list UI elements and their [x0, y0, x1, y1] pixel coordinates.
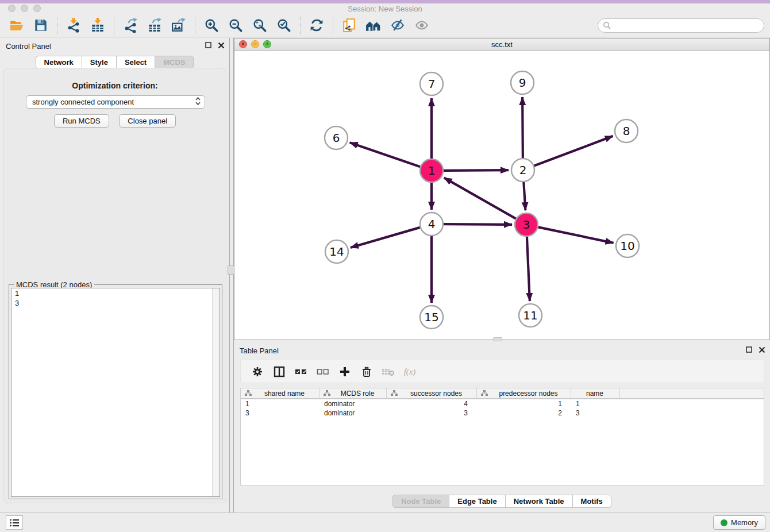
table-cell[interactable]: 3 [571, 408, 620, 418]
edge-1-6[interactable] [350, 142, 420, 167]
run-mcds-button[interactable]: Run MCDS [54, 114, 109, 128]
dropdown-stepper-icon [195, 97, 201, 107]
node-9[interactable]: 9 [511, 71, 534, 94]
table-cell[interactable]: 1 [477, 399, 571, 408]
network-window-title: scc.txt [234, 38, 769, 49]
table-row[interactable]: 3dominator323 [241, 408, 764, 418]
node-10[interactable]: 10 [616, 234, 639, 257]
import-network-icon[interactable] [65, 17, 82, 34]
node-4[interactable]: 4 [420, 213, 443, 236]
column-header-name[interactable]: name [571, 388, 620, 398]
table-cell[interactable]: 1 [241, 399, 319, 408]
new-network-icon[interactable] [341, 17, 358, 34]
zoom-out-icon[interactable] [227, 17, 244, 34]
export-table-icon[interactable] [146, 17, 163, 34]
tab-node-table[interactable]: Node Table [392, 495, 449, 508]
edge-2-8[interactable] [534, 136, 613, 166]
main-toolbar [0, 14, 770, 37]
node-1[interactable]: 1 [420, 159, 443, 182]
float-panel-icon[interactable] [205, 42, 212, 49]
export-network-icon[interactable] [122, 17, 139, 34]
edge-2-9[interactable] [522, 97, 523, 158]
node-8[interactable]: 8 [615, 119, 638, 142]
tab-edge-table[interactable]: Edge Table [449, 495, 505, 508]
table-panel-header: Table Panel [234, 342, 770, 358]
tab-select[interactable]: Select [116, 56, 155, 69]
node-7[interactable]: 7 [420, 72, 443, 95]
close-table-panel-icon[interactable] [759, 346, 765, 353]
table-row[interactable]: 1dominator411 [241, 399, 764, 408]
node-3[interactable]: 3 [515, 213, 538, 236]
unselect-all-columns-icon[interactable] [315, 365, 330, 379]
close-panel-icon[interactable] [218, 42, 225, 49]
zoom-in-icon[interactable] [203, 17, 220, 34]
edge-4-3[interactable] [444, 224, 512, 225]
table-cell[interactable]: dominator [319, 408, 387, 418]
zoom-fit-icon[interactable] [251, 17, 268, 34]
table-cell[interactable]: 3 [241, 408, 319, 418]
table-settings-icon[interactable] [250, 365, 265, 379]
export-image-icon[interactable] [170, 17, 187, 34]
edge-3-1[interactable] [444, 178, 516, 218]
edge-3-11[interactable] [527, 237, 530, 301]
memory-button[interactable]: Memory [713, 515, 765, 530]
save-session-icon[interactable] [32, 17, 49, 34]
column-header-successor-nodes[interactable]: successor nodes [387, 388, 477, 398]
table-cell[interactable]: 1 [571, 399, 620, 408]
show-all-icon[interactable] [413, 17, 430, 34]
optimization-criterion-label: Optimization criterion: [4, 81, 226, 90]
edge-2-3[interactable] [523, 182, 525, 210]
vertical-splitter[interactable] [230, 38, 234, 512]
table-cell[interactable]: 2 [477, 408, 571, 418]
network-window-titlebar[interactable]: × − + scc.txt [234, 38, 769, 51]
horizontal-splitter-handle[interactable] [493, 337, 502, 341]
tab-network[interactable]: Network [36, 56, 82, 69]
edge-1-2[interactable] [444, 170, 509, 171]
control-panel-header: Control Panel [0, 38, 229, 54]
first-neighbors-icon[interactable] [365, 17, 382, 34]
tab-style[interactable]: Style [82, 56, 116, 69]
search-input[interactable] [611, 20, 764, 32]
edge-4-14[interactable] [351, 228, 420, 248]
node-11[interactable]: 11 [519, 304, 542, 327]
svg-text:14: 14 [329, 245, 344, 259]
tab-mcds[interactable]: MCDS [155, 56, 194, 69]
node-14[interactable]: 14 [325, 240, 348, 263]
apply-layout-icon[interactable] [308, 17, 325, 34]
table-cell[interactable]: 3 [387, 408, 477, 418]
node-2[interactable]: 2 [511, 159, 534, 182]
delete-column-icon[interactable] [359, 365, 374, 379]
svg-text:10: 10 [620, 239, 634, 253]
svg-text:3: 3 [523, 218, 530, 232]
node-6[interactable]: 6 [325, 126, 348, 149]
zoom-selected-icon[interactable] [275, 17, 292, 34]
criterion-dropdown[interactable]: strongly connected component [26, 95, 205, 109]
toolbar-separator [333, 17, 333, 34]
table-cell[interactable]: 4 [387, 399, 477, 408]
network-graph[interactable]: 7968124314101511 [234, 51, 769, 340]
network-zoom-button[interactable]: + [263, 40, 271, 48]
node-15[interactable]: 15 [420, 306, 443, 329]
tab-motifs[interactable]: Motifs [572, 495, 611, 508]
table-panel-title: Table Panel [240, 346, 279, 355]
delete-table-icon [381, 365, 396, 379]
hide-selected-icon[interactable] [389, 17, 406, 34]
select-all-columns-icon[interactable] [294, 365, 309, 379]
import-table-icon[interactable] [89, 17, 106, 34]
add-column-icon[interactable] [337, 365, 352, 379]
mcds-result-list[interactable]: 13 [11, 288, 220, 497]
table-cell[interactable]: dominator [319, 399, 387, 408]
network-minimize-button[interactable]: − [251, 40, 259, 48]
task-history-button[interactable] [6, 515, 23, 530]
open-file-icon[interactable] [8, 17, 25, 34]
close-panel-button[interactable]: Close panel [119, 114, 176, 128]
network-close-button[interactable]: × [239, 40, 247, 48]
edge-3-10[interactable] [538, 227, 614, 243]
tab-network-table[interactable]: Network Table [505, 495, 572, 508]
show-column-icon[interactable] [272, 365, 287, 379]
column-header-MCDS-role[interactable]: MCDS role [319, 388, 387, 398]
float-table-panel-icon[interactable] [746, 346, 753, 353]
result-scrollbar[interactable] [212, 288, 220, 496]
column-header-shared-name[interactable]: shared name [241, 388, 319, 398]
column-header-predecessor-nodes[interactable]: predecessor nodes [477, 388, 571, 398]
